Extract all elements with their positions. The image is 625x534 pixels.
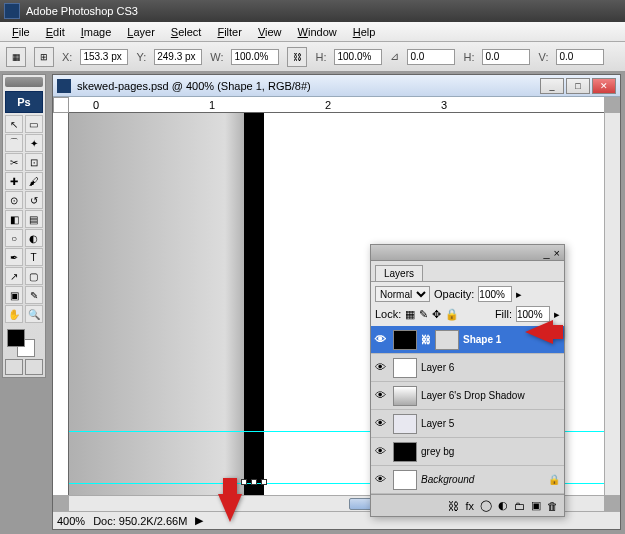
transform-ref-icon[interactable]: ▦ xyxy=(6,47,26,67)
layer-name[interactable]: grey bg xyxy=(421,446,560,457)
dodge-tool[interactable]: ◐ xyxy=(25,229,43,247)
wand-tool[interactable]: ✦ xyxy=(25,134,43,152)
menu-image[interactable]: Image xyxy=(73,24,120,40)
menu-view[interactable]: View xyxy=(250,24,290,40)
zoom-readout[interactable]: 400% xyxy=(57,515,85,527)
layer-thumb[interactable] xyxy=(393,330,417,350)
opacity-input[interactable] xyxy=(478,286,512,302)
folder-icon[interactable]: 🗀 xyxy=(514,500,525,512)
layer-name[interactable]: Layer 6 xyxy=(421,362,560,373)
close-button[interactable]: ✕ xyxy=(592,78,616,94)
transform-handle-bl[interactable] xyxy=(241,479,247,485)
crop-tool[interactable]: ✂ xyxy=(5,153,23,171)
type-tool[interactable]: T xyxy=(25,248,43,266)
status-arrow-icon[interactable]: ▶ xyxy=(195,514,203,527)
panel-close-icon[interactable]: × xyxy=(554,247,560,259)
transform-handle-br[interactable] xyxy=(261,479,267,485)
layer-thumb[interactable] xyxy=(393,442,417,462)
color-swatch[interactable] xyxy=(5,327,43,357)
path-tool[interactable]: ↗ xyxy=(5,267,23,285)
link-layers-icon[interactable]: ⛓ xyxy=(448,500,459,512)
layer-5[interactable]: 👁 Layer 5 xyxy=(371,410,564,438)
layers-tab[interactable]: Layers xyxy=(375,265,423,281)
lock-paint-icon[interactable]: ✎ xyxy=(419,308,428,321)
notes-tool[interactable]: ▣ xyxy=(5,286,23,304)
layer-grey-bg[interactable]: 👁 grey bg xyxy=(371,438,564,466)
visibility-icon[interactable]: 👁 xyxy=(375,417,389,431)
pen-tool[interactable]: ✒ xyxy=(5,248,23,266)
layer-name[interactable]: Background xyxy=(421,474,544,485)
layer-6[interactable]: 👁 Layer 6 xyxy=(371,354,564,382)
menu-window[interactable]: Window xyxy=(290,24,345,40)
layer-6-shadow[interactable]: 👁 Layer 6's Drop Shadow xyxy=(371,382,564,410)
layer-mask-thumb[interactable] xyxy=(435,330,459,350)
lock-trans-icon[interactable]: ▦ xyxy=(405,308,415,321)
quickmask-toggle[interactable] xyxy=(5,359,43,375)
opacity-arrow-icon[interactable]: ▸ xyxy=(516,288,522,301)
fill-arrow-icon[interactable]: ▸ xyxy=(554,308,560,321)
layer-background[interactable]: 👁 Background 🔒 xyxy=(371,466,564,494)
scrollbar-vertical[interactable] xyxy=(604,113,620,495)
menu-select[interactable]: Select xyxy=(163,24,210,40)
menu-filter[interactable]: Filter xyxy=(209,24,249,40)
ruler-horizontal[interactable]: 0 1 2 3 xyxy=(69,97,604,113)
visibility-icon[interactable]: 👁 xyxy=(375,389,389,403)
menu-file[interactable]: File xyxy=(4,24,38,40)
zoom-tool[interactable]: 🔍 xyxy=(25,305,43,323)
stamp-tool[interactable]: ⊙ xyxy=(5,191,23,209)
menu-help[interactable]: Help xyxy=(345,24,384,40)
layer-thumb[interactable] xyxy=(393,470,417,490)
slice-tool[interactable]: ⊡ xyxy=(25,153,43,171)
heal-tool[interactable]: ✚ xyxy=(5,172,23,190)
x-input[interactable] xyxy=(80,49,128,65)
ruler-origin[interactable] xyxy=(53,97,69,113)
layer-name[interactable]: Layer 5 xyxy=(421,418,560,429)
link-icon[interactable]: ⛓ xyxy=(421,334,431,345)
gradient-tool[interactable]: ▤ xyxy=(25,210,43,228)
visibility-icon[interactable]: 👁 xyxy=(375,333,389,347)
transform-handle-bm[interactable] xyxy=(251,479,257,485)
eyedrop-tool[interactable]: ✎ xyxy=(25,286,43,304)
lock-move-icon[interactable]: ✥ xyxy=(432,308,441,321)
mask-icon[interactable]: ◯ xyxy=(480,499,492,512)
angle-input[interactable] xyxy=(407,49,455,65)
blend-mode-select[interactable]: Normal xyxy=(375,286,430,302)
maximize-button[interactable]: □ xyxy=(566,78,590,94)
minimize-button[interactable]: _ xyxy=(540,78,564,94)
layer-thumb[interactable] xyxy=(393,386,417,406)
toolbox-grip[interactable] xyxy=(5,77,43,87)
hand-tool[interactable]: ✋ xyxy=(5,305,23,323)
history-tool[interactable]: ↺ xyxy=(25,191,43,209)
visibility-icon[interactable]: 👁 xyxy=(375,445,389,459)
trash-icon[interactable]: 🗑 xyxy=(547,500,558,512)
docsize-readout[interactable]: Doc: 950.2K/2.66M xyxy=(93,515,187,527)
panel-header[interactable]: _× xyxy=(371,245,564,261)
panel-min-icon[interactable]: _ xyxy=(543,247,549,259)
document-titlebar[interactable]: skewed-pages.psd @ 400% (Shape 1, RGB/8#… xyxy=(53,75,620,97)
shape-black-bar[interactable] xyxy=(244,113,264,495)
shape-tool[interactable]: ▢ xyxy=(25,267,43,285)
visibility-icon[interactable]: 👁 xyxy=(375,361,389,375)
blur-tool[interactable]: ○ xyxy=(5,229,23,247)
fx-icon[interactable]: fx xyxy=(465,500,474,512)
fg-color[interactable] xyxy=(7,329,25,347)
reference-point-icon[interactable]: ⊞ xyxy=(34,47,54,67)
layer-thumb[interactable] xyxy=(393,414,417,434)
marquee-tool[interactable]: ▭ xyxy=(25,115,43,133)
layer-name[interactable]: Layer 6's Drop Shadow xyxy=(421,390,560,401)
y-input[interactable] xyxy=(154,49,202,65)
link-wh-icon[interactable]: ⛓ xyxy=(287,47,307,67)
eraser-tool[interactable]: ◧ xyxy=(5,210,23,228)
lock-all-icon[interactable]: 🔒 xyxy=(445,308,459,321)
menu-edit[interactable]: Edit xyxy=(38,24,73,40)
adjust-icon[interactable]: ◐ xyxy=(498,499,508,512)
h-input[interactable] xyxy=(334,49,382,65)
brush-tool[interactable]: 🖌 xyxy=(25,172,43,190)
lasso-tool[interactable]: ⌒ xyxy=(5,134,23,152)
new-layer-icon[interactable]: ▣ xyxy=(531,499,541,512)
hskew-input[interactable] xyxy=(482,49,530,65)
visibility-icon[interactable]: 👁 xyxy=(375,473,389,487)
move-tool[interactable]: ↖ xyxy=(5,115,23,133)
menu-layer[interactable]: Layer xyxy=(119,24,163,40)
menubar[interactable]: File Edit Image Layer Select Filter View… xyxy=(0,22,625,42)
